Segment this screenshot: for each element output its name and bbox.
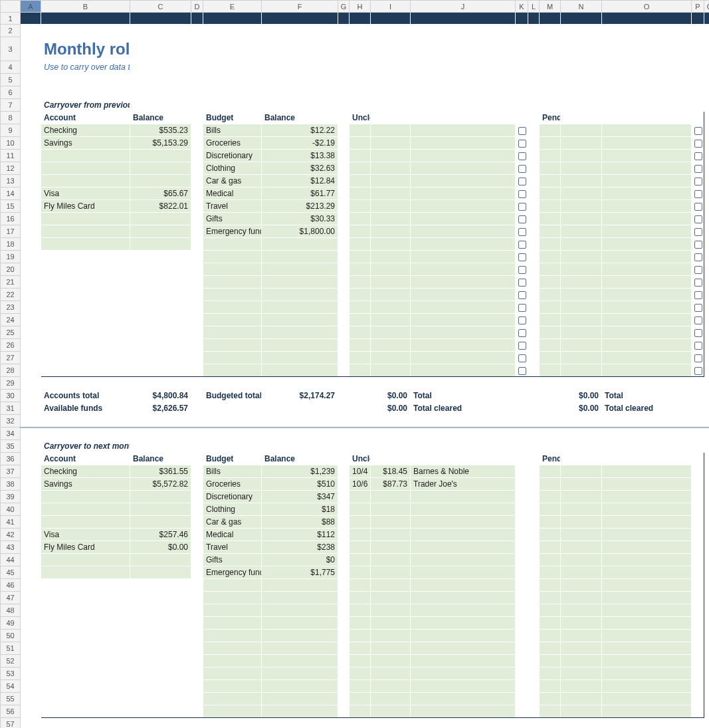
cell-L5[interactable] <box>528 74 540 86</box>
cell-Q15[interactable] <box>704 200 710 213</box>
cell-C2[interactable] <box>130 25 191 37</box>
column-header-N[interactable]: N <box>561 1 602 13</box>
cell-J19[interactable] <box>411 251 516 263</box>
cell-I2[interactable] <box>371 25 411 37</box>
cell-N38[interactable] <box>561 478 602 491</box>
cell-O14[interactable] <box>602 187 692 200</box>
cell-D37[interactable] <box>191 465 203 478</box>
cell-K44[interactable] <box>516 554 528 566</box>
row-header-46[interactable]: 46 <box>1 579 21 592</box>
cell-F5[interactable] <box>262 74 338 86</box>
cell-H51[interactable] <box>350 642 371 655</box>
cell-E51[interactable] <box>203 642 262 655</box>
row-header-30[interactable]: 30 <box>1 390 21 402</box>
cell-G44[interactable] <box>338 554 350 566</box>
cell-K12[interactable] <box>516 162 528 175</box>
cell-L13[interactable] <box>528 175 540 187</box>
cell-F27[interactable] <box>262 352 338 364</box>
cell-N2[interactable] <box>561 25 602 37</box>
cell-B17[interactable] <box>41 225 130 238</box>
cell-N42[interactable] <box>561 529 602 541</box>
cell-B56[interactable] <box>41 705 130 718</box>
cell-F38[interactable]: $510 <box>262 478 338 491</box>
cell-P57[interactable] <box>692 718 704 729</box>
cell-I22[interactable] <box>371 289 411 301</box>
cell-H27[interactable] <box>350 352 371 364</box>
cell-L55[interactable] <box>528 693 540 705</box>
cell-Q32[interactable] <box>704 415 710 427</box>
cell-K13[interactable] <box>516 175 528 187</box>
cell-G29[interactable] <box>338 377 350 390</box>
cell-L56[interactable] <box>528 705 540 718</box>
cell-D24[interactable] <box>191 314 203 326</box>
cell-K34[interactable] <box>516 427 528 440</box>
cell-M10[interactable] <box>540 137 561 150</box>
cell-M48[interactable] <box>540 604 561 617</box>
cell-E27[interactable] <box>203 352 262 364</box>
cell-I48[interactable] <box>371 604 411 617</box>
section1-label[interactable]: Carryover from previous month: <box>41 99 130 112</box>
cell-P18[interactable] <box>692 238 704 251</box>
cell-D22[interactable] <box>191 289 203 301</box>
cell-G43[interactable] <box>338 541 350 554</box>
cell-L17[interactable] <box>528 225 540 238</box>
cell-K55[interactable] <box>516 693 528 705</box>
cell-C40[interactable] <box>130 503 191 516</box>
cell-Q39[interactable] <box>704 491 710 503</box>
cell-Q21[interactable] <box>704 276 710 289</box>
cell-N23[interactable] <box>561 301 602 314</box>
cell-M25[interactable] <box>540 326 561 339</box>
cell-L53[interactable] <box>528 667 540 680</box>
cell-G9[interactable] <box>338 124 350 137</box>
cell-I26[interactable] <box>371 339 411 352</box>
cell-H12[interactable] <box>350 162 371 175</box>
cell-P37[interactable] <box>692 465 704 478</box>
cell-E29[interactable] <box>203 377 262 390</box>
cell-D53[interactable] <box>191 667 203 680</box>
cell-B24[interactable] <box>41 314 130 326</box>
cell-Q43[interactable] <box>704 541 710 554</box>
cell-B1[interactable] <box>41 13 130 25</box>
cell-F10[interactable]: -$2.19 <box>262 137 338 150</box>
cell-H21[interactable] <box>350 276 371 289</box>
cell-H18[interactable] <box>350 238 371 251</box>
cell-C32[interactable] <box>130 415 191 427</box>
cell-H16[interactable] <box>350 213 371 225</box>
checkbox-icon[interactable] <box>694 165 702 173</box>
cell-N13[interactable] <box>561 175 602 187</box>
cell-B2[interactable] <box>41 25 130 37</box>
row-header-51[interactable]: 51 <box>1 642 21 655</box>
column-header-P[interactable]: P <box>692 1 704 13</box>
cell-A23[interactable] <box>21 301 41 314</box>
cell-M12[interactable] <box>540 162 561 175</box>
row-header-18[interactable]: 18 <box>1 238 21 251</box>
cell-H19[interactable] <box>350 251 371 263</box>
cell-K4[interactable] <box>516 61 528 74</box>
cell-B25[interactable] <box>41 326 130 339</box>
cell-N51[interactable] <box>561 642 602 655</box>
cell-Q12[interactable] <box>704 162 710 175</box>
row-header-8[interactable]: 8 <box>1 112 21 124</box>
cell-D40[interactable] <box>191 503 203 516</box>
cell-L28[interactable] <box>528 364 540 377</box>
cell-G34[interactable] <box>338 427 350 440</box>
row-header-47[interactable]: 47 <box>1 592 21 604</box>
cell-A36[interactable] <box>21 453 41 465</box>
cell-I34[interactable] <box>371 427 411 440</box>
cell-I12[interactable] <box>371 162 411 175</box>
cell-E56[interactable] <box>203 705 262 718</box>
cell-D7[interactable] <box>191 99 203 112</box>
cell-D6[interactable] <box>191 86 203 99</box>
cell-O37[interactable] <box>602 465 692 478</box>
cell-L22[interactable] <box>528 289 540 301</box>
cell-L25[interactable] <box>528 326 540 339</box>
cell-K53[interactable] <box>516 667 528 680</box>
cell-B39[interactable] <box>41 491 130 503</box>
cell-H3[interactable] <box>350 37 371 61</box>
checkbox-icon[interactable] <box>694 266 702 274</box>
cell-F32[interactable] <box>262 415 338 427</box>
cell-N25[interactable] <box>561 326 602 339</box>
cell-B53[interactable] <box>41 667 130 680</box>
cell-P3[interactable] <box>692 37 704 61</box>
cell-E39[interactable]: Discretionary <box>203 491 262 503</box>
